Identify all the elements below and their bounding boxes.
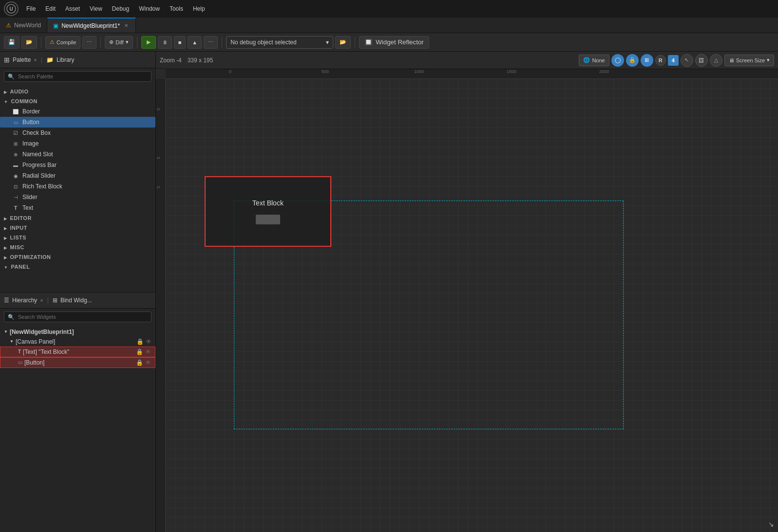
palette-search-icon: 🔍 xyxy=(8,73,15,80)
button-actions: 🔒 👁 xyxy=(136,359,151,366)
toolbar-settings-button[interactable]: ⋯ xyxy=(204,36,218,49)
hierarchy-title: Hierarchy xyxy=(12,297,37,304)
widget-reflector-button[interactable]: 🔲 Widget Reflector xyxy=(359,36,429,49)
palette-section-optimization[interactable]: OPTIMIZATION xyxy=(0,252,155,262)
view-btn-img[interactable]: 🖼 xyxy=(695,54,708,67)
palette-item-button[interactable]: Button xyxy=(0,117,155,128)
menu-edit[interactable]: Edit xyxy=(41,4,59,13)
namedslot-icon xyxy=(12,150,19,158)
tree-canvas-panel[interactable]: ▼ [Canvas Panel] 🔒 👁 xyxy=(0,337,155,347)
widget-reflector-icon: 🔲 xyxy=(364,38,373,46)
compile-more-button[interactable]: ⋯ xyxy=(82,36,96,49)
screen-size-button[interactable]: 🖥 Screen Size ▾ xyxy=(724,55,774,66)
palette-tab[interactable]: ⊞ Palette × xyxy=(4,56,37,64)
tab-newworld[interactable]: ⚠ NewWorld xyxy=(0,18,47,33)
palette-search-input[interactable] xyxy=(4,71,152,82)
tree-button[interactable]: ▭ [Button] 🔒 👁 xyxy=(0,357,155,368)
pause-button[interactable]: ⏸ xyxy=(158,36,172,49)
palette-section-audio[interactable]: AUDIO xyxy=(0,87,155,96)
bind-widgets-tab[interactable]: ⊞ Bind Widg... xyxy=(53,297,92,304)
view-btn-1[interactable]: ◯ xyxy=(611,54,624,67)
tree-textblock[interactable]: T [Text] "Text Block" 🔒 👁 xyxy=(0,347,155,357)
browse-button[interactable]: 📂 xyxy=(21,36,37,49)
canvas-viewport[interactable]: 0 500 1000 1500 2000 0 5 0 Text Block xyxy=(156,69,778,532)
panel-section-label: PANEL xyxy=(11,264,30,270)
menu-file[interactable]: File xyxy=(22,4,39,13)
ruler-horizontal: 0 500 1000 1500 2000 xyxy=(166,69,778,79)
hierarchy-tab[interactable]: ☰ Hierarchy × xyxy=(4,297,43,304)
canvas-chevron-icon: ▼ xyxy=(10,339,14,344)
palette-item-namedslot[interactable]: Named Slot xyxy=(0,149,155,160)
left-panel: ⊞ Palette × | 📁 Library 🔍 AUDIO xyxy=(0,52,156,532)
hierarchy-close-button[interactable]: × xyxy=(40,297,43,303)
ruler-mark-500: 500 xyxy=(322,69,329,74)
palette-item-slider[interactable]: Slider xyxy=(0,192,155,202)
palette-item-image[interactable]: Image xyxy=(0,138,155,149)
palette-section-common[interactable]: COMMON xyxy=(0,96,155,106)
lists-chevron-icon xyxy=(4,235,7,240)
text-block-label: Text Block xyxy=(252,199,284,207)
palette-section-lists[interactable]: LISTS xyxy=(0,233,155,242)
view-icon-1: ◯ xyxy=(615,57,621,63)
tree-root[interactable]: ▼ [NewWidgetBlueprint1] xyxy=(0,327,155,337)
separator-5 xyxy=(355,37,355,48)
menu-tools[interactable]: Tools xyxy=(166,4,187,13)
palette-section-editor[interactable]: EDITOR xyxy=(0,213,155,223)
browse-icon: 📂 xyxy=(26,39,33,45)
debug-browse-button[interactable]: 📂 xyxy=(335,36,351,49)
menu-window[interactable]: Window xyxy=(135,4,164,13)
num-badge[interactable]: 4 xyxy=(668,55,679,66)
view-btn-2[interactable]: 🔒 xyxy=(626,54,639,67)
palette-section-input[interactable]: INPUT xyxy=(0,223,155,233)
library-tab[interactable]: 📁 Library xyxy=(46,56,75,63)
stop-button[interactable]: ■ xyxy=(174,36,186,49)
menu-debug[interactable]: Debug xyxy=(108,4,133,13)
textblock-eye-icon[interactable]: 👁 xyxy=(145,349,151,355)
palette-item-richtextblock[interactable]: Rich Text Block xyxy=(0,181,155,192)
menu-view[interactable]: View xyxy=(86,4,106,13)
r-badge[interactable]: R xyxy=(655,55,666,66)
tab-bar: ⚠ NewWorld ▣ NewWidgetBlueprint1* ✕ xyxy=(0,18,778,33)
button-eye-icon[interactable]: 👁 xyxy=(145,359,151,366)
view-btn-cursor[interactable]: ↖ xyxy=(681,54,693,67)
textblock-lock-icon[interactable]: 🔒 xyxy=(136,349,143,355)
save-button[interactable]: 💾 xyxy=(4,36,19,49)
palette-item-progressbar[interactable]: Progress Bar xyxy=(0,160,155,170)
resize-handle[interactable]: ↘ xyxy=(768,520,774,528)
hierarchy-separator: | xyxy=(47,297,49,304)
palette-section-panel[interactable]: PANEL xyxy=(0,262,155,272)
view-btn-3[interactable]: ⊞ xyxy=(641,54,653,67)
palette-item-border[interactable]: Border xyxy=(0,106,155,117)
canvas-lock-icon[interactable]: 🔒 xyxy=(136,338,144,345)
hierarchy-search-input[interactable] xyxy=(4,312,152,322)
ruler-vertical: 0 5 0 xyxy=(156,79,166,532)
title-bar: U File Edit Asset View Debug Window Tool… xyxy=(0,0,778,18)
separator-4 xyxy=(222,37,222,48)
ruler-mark-1000: 1000 xyxy=(414,69,424,74)
tab-close-button[interactable]: ✕ xyxy=(123,22,130,29)
palette-close-button[interactable]: × xyxy=(34,57,37,63)
debug-dropdown[interactable]: No debug object selected ▾ xyxy=(226,36,333,49)
canvas-content: Text Block xyxy=(166,79,778,532)
launch-button[interactable]: ▲ xyxy=(188,36,202,49)
palette-item-checkbox[interactable]: Check Box xyxy=(0,128,155,138)
progressbar-icon xyxy=(12,161,19,169)
menu-asset[interactable]: Asset xyxy=(61,4,84,13)
palette-item-text[interactable]: Text xyxy=(0,202,155,213)
root-chevron-icon: ▼ xyxy=(4,330,8,334)
menu-help[interactable]: Help xyxy=(189,4,209,13)
palette-item-radialslider[interactable]: Radial Slider xyxy=(0,170,155,181)
canvas-area: Zoom -4 339 x 195 🌐 None ◯ 🔒 ⊞ R 4 ↖ 🖼 xyxy=(156,52,778,532)
main-toolbar: 💾 📂 ⚠ Compile ⋯ ⊕ Diff ▾ ▶ ⏸ ■ ▲ ⋯ No de… xyxy=(0,33,778,52)
tab-newwidgetblueprint[interactable]: ▣ NewWidgetBlueprint1* ✕ xyxy=(47,18,136,33)
compile-button[interactable]: ⚠ Compile xyxy=(45,36,80,49)
none-button[interactable]: 🌐 None xyxy=(579,55,609,66)
diff-button[interactable]: ⊕ Diff ▾ xyxy=(105,36,133,49)
play-button[interactable]: ▶ xyxy=(141,36,156,49)
palette-header: ⊞ Palette × | 📁 Library xyxy=(0,52,155,68)
view-btn-triangle[interactable]: △ xyxy=(710,54,722,67)
widget-box[interactable]: Text Block xyxy=(205,176,331,247)
palette-section-misc[interactable]: MISC xyxy=(0,242,155,252)
button-lock-icon[interactable]: 🔒 xyxy=(136,359,143,366)
canvas-eye-icon[interactable]: 👁 xyxy=(146,338,152,345)
